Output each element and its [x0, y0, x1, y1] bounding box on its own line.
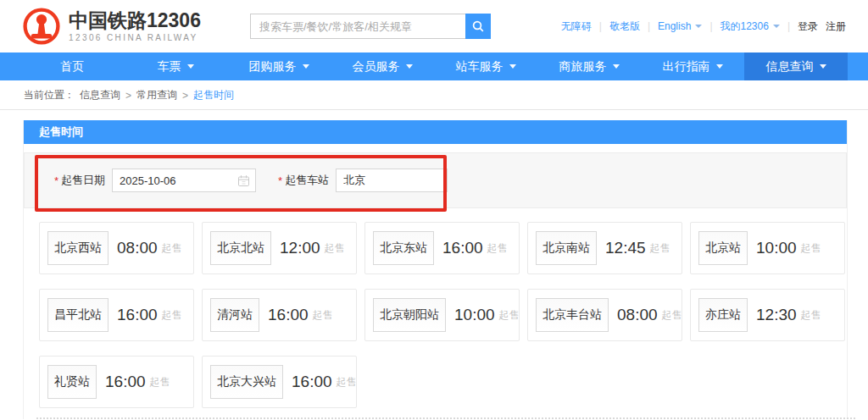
station-name: 礼贤站 — [47, 365, 97, 399]
site-header: 中国铁路12306 12306 CHINA RAILWAY 无障碍 | 敬老版 … — [0, 0, 868, 52]
sale-label: 起售 — [662, 308, 682, 323]
station-name: 北京北站 — [210, 231, 271, 265]
sale-label: 起售 — [499, 308, 520, 323]
breadcrumb-sale-time[interactable]: 起售时间 — [193, 88, 234, 102]
language-label: English — [658, 20, 691, 32]
nav-item-travel-guide[interactable]: 出行指南 — [641, 52, 744, 80]
sale-time: 08:00 — [617, 306, 658, 324]
nav-item-tickets[interactable]: 车票 — [124, 52, 227, 80]
sale-label: 起售 — [487, 241, 508, 256]
station-name: 北京东站 — [373, 231, 434, 265]
sale-label: 起售 — [801, 241, 821, 256]
header-links: 无障碍 | 敬老版 | English | 我的12306 | 登录 注册 — [561, 0, 846, 52]
sale-date-input[interactable] — [112, 169, 256, 192]
sale-time: 08:00 — [117, 239, 158, 257]
sale-label: 起售 — [162, 308, 182, 323]
logo-subtitle: 12306 CHINA RAILWAY — [69, 33, 201, 42]
search-icon — [471, 19, 485, 33]
nav-label: 会员服务 — [353, 59, 400, 75]
my-12306-menu[interactable]: 我的12306 — [721, 19, 780, 34]
register-link[interactable]: 注册 — [826, 19, 846, 34]
login-link[interactable]: 登录 — [798, 19, 818, 34]
chevron-down-icon — [773, 25, 780, 28]
chevron-down-icon — [187, 64, 194, 69]
nav-item-station-services[interactable]: 站车服务 — [434, 52, 537, 80]
china-railway-emblem-icon — [22, 7, 61, 46]
elder-version-link[interactable]: 敬老版 — [609, 19, 640, 34]
sale-time-card: 礼贤站 16:00 起售 — [39, 356, 194, 408]
sale-time-card: 北京东站 16:00 起售 — [364, 222, 520, 274]
sale-time: 16:00 — [442, 239, 483, 257]
nav-item-home[interactable]: 首页 — [20, 52, 124, 80]
sale-time-grid: 北京西站 08:00 起售 北京北站 12:00 起售 北京东站 16:00 起… — [24, 222, 847, 408]
search-button[interactable] — [465, 14, 491, 39]
link-divider: | — [599, 20, 602, 32]
main-nav: 首页 车票 团购服务 会员服务 站车服务 商旅服务 出行指南 信息查询 — [0, 52, 868, 80]
sale-time-card: 北京南站 12:45 起售 — [527, 222, 682, 274]
sale-time-card: 北京朝阳站 10:00 起售 — [364, 289, 520, 341]
sale-time: 12:00 — [280, 239, 320, 257]
sale-time-card: 北京站 10:00 起售 — [690, 222, 845, 274]
section-title: 起售时间 — [39, 124, 83, 140]
nav-label: 商旅服务 — [559, 59, 607, 75]
sale-label: 起售 — [337, 375, 357, 390]
nav-label: 信息查询 — [766, 59, 814, 75]
breadcrumb-separator: > — [182, 90, 188, 102]
breadcrumb-separator: > — [125, 90, 131, 102]
link-divider: | — [787, 20, 790, 32]
search-bar — [250, 14, 491, 39]
nav-label: 首页 — [60, 59, 84, 75]
station-name: 北京丰台站 — [536, 298, 609, 332]
chevron-down-icon — [820, 64, 826, 69]
section-header: 起售时间 — [24, 120, 847, 144]
sale-time: 16:00 — [117, 306, 158, 324]
breadcrumb-info-query[interactable]: 信息查询 — [80, 88, 120, 102]
breadcrumb-common-query[interactable]: 常用查询 — [136, 88, 177, 102]
bottom-dotted-divider — [36, 417, 855, 419]
main-content: 起售时间 * 起售日期 * 起售车站 — [23, 120, 848, 419]
my-12306-label: 我的12306 — [721, 19, 769, 34]
station-name: 北京西站 — [47, 231, 108, 265]
station-name: 北京朝阳站 — [373, 298, 446, 332]
station-name: 昌平北站 — [47, 298, 108, 332]
sale-label: 起售 — [650, 241, 670, 256]
sale-label: 起售 — [150, 375, 170, 390]
chevron-down-icon — [695, 25, 702, 28]
calendar-icon[interactable] — [237, 174, 250, 187]
nav-label: 车票 — [158, 59, 181, 75]
breadcrumb-prefix: 当前位置： — [24, 88, 75, 102]
sale-time: 10:00 — [756, 239, 797, 257]
station-name: 北京大兴站 — [210, 365, 283, 399]
nav-label: 团购服务 — [249, 59, 297, 75]
sale-time-card: 北京大兴站 16:00 起售 — [202, 356, 357, 408]
sale-time-card: 北京丰台站 08:00 起售 — [527, 289, 682, 341]
language-menu[interactable]: English — [658, 20, 702, 32]
sale-time-card: 北京西站 08:00 起售 — [39, 222, 194, 274]
sale-label: 起售 — [801, 308, 821, 323]
chevron-down-icon — [613, 64, 620, 69]
sale-station-input[interactable] — [336, 169, 448, 192]
nav-item-member-services[interactable]: 会员服务 — [331, 52, 434, 80]
nav-item-business-travel[interactable]: 商旅服务 — [537, 52, 641, 80]
logo-title: 中国铁路12306 — [69, 10, 201, 30]
chevron-down-icon — [303, 64, 309, 69]
chevron-down-icon — [716, 64, 723, 69]
accessibility-link[interactable]: 无障碍 — [561, 19, 592, 34]
sale-time-card: 昌平北站 16:00 起售 — [39, 289, 194, 341]
sale-time-card: 亦庄站 12:30 起售 — [690, 289, 845, 341]
link-divider: | — [648, 20, 650, 32]
search-input[interactable] — [250, 14, 465, 39]
nav-item-group-services[interactable]: 团购服务 — [227, 52, 331, 80]
logo[interactable]: 中国铁路12306 12306 CHINA RAILWAY — [22, 7, 201, 46]
nav-label: 站车服务 — [456, 59, 504, 75]
station-name: 北京南站 — [536, 231, 597, 265]
required-mark: * — [54, 174, 58, 187]
query-form: * 起售日期 * 起售车站 — [24, 152, 847, 208]
sale-time: 12:30 — [756, 306, 797, 324]
station-name: 北京站 — [698, 231, 748, 265]
sale-station-label: 起售车站 — [285, 173, 329, 188]
nav-item-info-query[interactable]: 信息查询 — [744, 52, 848, 80]
sale-time: 10:00 — [454, 306, 495, 324]
chevron-down-icon — [509, 64, 516, 69]
sale-date-label: 起售日期 — [61, 173, 105, 188]
